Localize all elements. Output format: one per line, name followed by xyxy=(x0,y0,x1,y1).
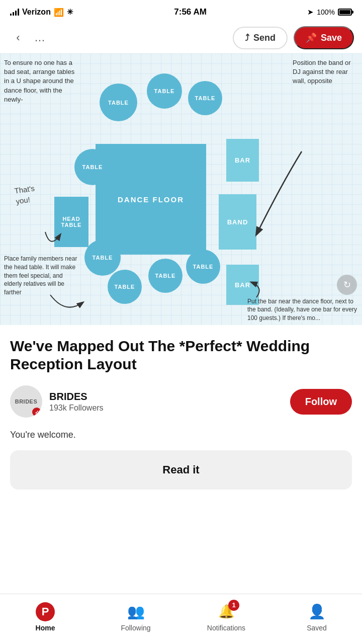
home-icon: P xyxy=(35,602,55,622)
signal-bars xyxy=(10,9,19,16)
table-4: TABLE xyxy=(74,149,111,185)
person-icon: 👤 xyxy=(308,603,326,620)
band: BAND xyxy=(219,194,256,250)
head-table: HEADTABLE xyxy=(54,197,88,247)
table-1: TABLE xyxy=(100,84,137,121)
pin-icon: 📌 xyxy=(306,32,317,43)
diagram-area: DANCE FLOOR HEADTABLE BAND BAR BAR TABLE… xyxy=(0,53,362,325)
pin-description: You're welcome. xyxy=(10,430,352,440)
notifications-label: Notifications xyxy=(207,624,245,632)
bottom-nav: P Home 👥 Following 🔔 1 Notifications 👤 S… xyxy=(0,594,362,644)
home-label: Home xyxy=(36,624,55,632)
table-2: TABLE xyxy=(147,73,182,109)
author-row: BRIDES ✓ BRIDES 193k Followers Follow xyxy=(10,385,352,418)
author-info: BRIDES 193k Followers xyxy=(49,391,283,413)
following-icon: 👥 xyxy=(126,602,146,622)
location-icon: ➤ xyxy=(307,8,314,17)
activity-icon: ✳ xyxy=(67,8,73,17)
battery-pct: 100% xyxy=(317,8,335,16)
author-name: BRIDES xyxy=(49,391,283,403)
more-options-button[interactable]: … xyxy=(34,31,227,44)
nav-item-saved[interactable]: 👤 Saved xyxy=(292,602,342,632)
diagram-inner: DANCE FLOOR HEADTABLE BAND BAR BAR TABLE… xyxy=(0,53,362,325)
pin-title: We've Mapped Out The *Perfect* Wedding R… xyxy=(10,337,352,373)
notification-badge: 1 xyxy=(228,600,239,611)
clock: 7:56 AM xyxy=(174,7,207,17)
author-followers: 193k Followers xyxy=(49,404,283,413)
scroll-indicator[interactable]: ↻ xyxy=(337,275,357,295)
avatar-text: BRIDES xyxy=(15,398,38,405)
wifi-icon: 📶 xyxy=(54,8,64,17)
annotation-top-left: To ensure no one has a bad seat, arrange… xyxy=(4,58,79,104)
status-right: ➤ 100% xyxy=(307,8,352,17)
follow-button[interactable]: Follow xyxy=(290,389,352,415)
annotation-bar: Put the bar near the dance floor, next t… xyxy=(247,297,358,323)
annotation-thats-you: That'syou! xyxy=(14,183,37,206)
status-bar: Verizon 📶 ✳ 7:56 AM ➤ 100% xyxy=(0,0,362,22)
nav-item-notifications[interactable]: 🔔 1 Notifications xyxy=(201,602,251,632)
save-label: Save xyxy=(321,33,342,43)
status-left: Verizon 📶 ✳ xyxy=(10,8,73,17)
table-5: TABLE xyxy=(84,239,121,276)
annotation-family: Place family members near the head table… xyxy=(4,255,82,297)
send-label: Send xyxy=(253,33,276,43)
table-8: TABLE xyxy=(186,250,220,284)
save-button[interactable]: 📌 Save xyxy=(294,26,354,49)
nav-item-home[interactable]: P Home xyxy=(20,602,70,632)
dance-floor: DANCE FLOOR xyxy=(96,144,206,255)
back-button[interactable]: ‹ xyxy=(8,28,28,48)
author-avatar[interactable]: BRIDES ✓ xyxy=(10,385,42,418)
top-nav: ‹ … ⤴ Send 📌 Save xyxy=(0,22,362,53)
verified-badge: ✓ xyxy=(32,408,41,417)
nav-item-following[interactable]: 👥 Following xyxy=(111,602,161,632)
send-button[interactable]: ⤴ Send xyxy=(233,27,288,49)
table-7: TABLE xyxy=(108,270,142,304)
bar-top: BAR xyxy=(226,139,259,182)
read-it-button[interactable]: Read it xyxy=(10,450,352,490)
send-icon: ⤴ xyxy=(245,33,249,43)
notifications-icon: 🔔 1 xyxy=(216,602,236,622)
following-label: Following xyxy=(121,624,150,632)
table-6: TABLE xyxy=(148,259,183,293)
table-3: TABLE xyxy=(188,81,222,115)
pinterest-logo: P xyxy=(36,602,55,621)
content-area: We've Mapped Out The *Perfect* Wedding R… xyxy=(0,325,362,563)
saved-icon: 👤 xyxy=(307,602,327,622)
battery-icon xyxy=(338,9,352,16)
saved-label: Saved xyxy=(307,624,327,632)
carrier: Verizon xyxy=(22,8,51,17)
annotation-band: Position the band or DJ against the rear… xyxy=(293,58,358,86)
